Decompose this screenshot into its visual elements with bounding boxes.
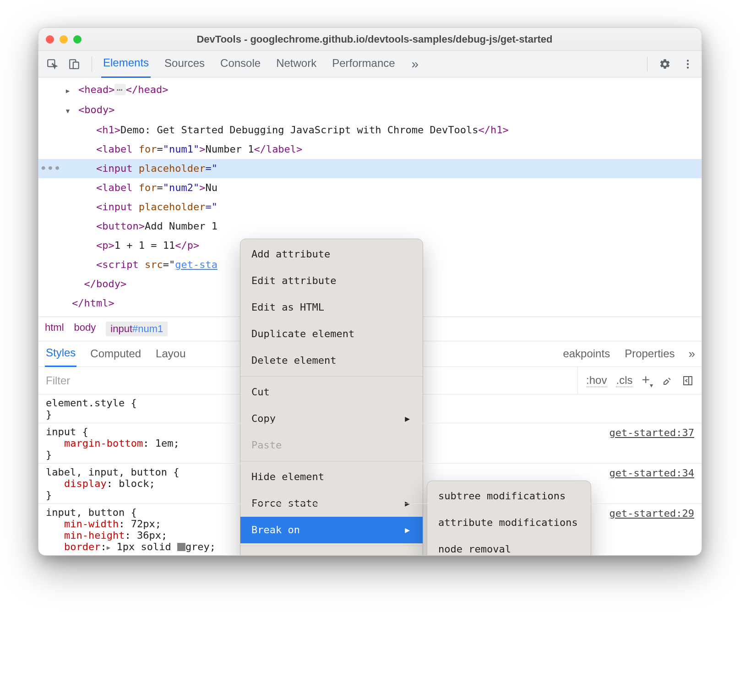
svg-rect-2	[73, 62, 79, 68]
new-rule-icon[interactable]: +▾	[642, 372, 653, 389]
divider	[92, 56, 92, 72]
close-window-button[interactable]	[46, 35, 54, 44]
ellipsis-icon[interactable]: •••	[40, 159, 61, 178]
window-title: DevTools - googlechrome.github.io/devtoo…	[87, 33, 694, 45]
traffic-lights	[46, 35, 82, 44]
svg-point-3	[687, 60, 689, 61]
settings-icon[interactable]	[657, 56, 673, 72]
tab-performance[interactable]: Performance	[330, 51, 397, 77]
menu-separator	[240, 376, 423, 377]
kebab-menu-icon[interactable]	[680, 56, 696, 72]
more-tabs-icon[interactable]: »	[409, 57, 422, 71]
dom-node-label1[interactable]: <label for="num1">Number 1</label>	[38, 140, 702, 159]
source-link[interactable]: get-started:37	[609, 427, 694, 438]
cls-toggle[interactable]: .cls	[616, 374, 632, 387]
brush-icon[interactable]	[662, 375, 673, 386]
tab-console[interactable]: Console	[218, 51, 262, 77]
tab-elements[interactable]: Elements	[101, 51, 151, 78]
device-toggle-icon[interactable]	[66, 56, 82, 72]
titlebar: DevTools - googlechrome.github.io/devtoo…	[38, 28, 702, 51]
crumb-input[interactable]: input#num1	[106, 322, 168, 336]
rule-label-input-button[interactable]: get-started:34 label, input, button { di…	[38, 463, 702, 503]
dom-tree[interactable]: ▶ <head>⋯</head> ▼ <body> <h1>Demo: Get …	[38, 77, 702, 317]
subtab-properties[interactable]: Properties	[624, 342, 675, 366]
dom-node-input2[interactable]: <input placeholder="	[38, 197, 702, 217]
crumb-body[interactable]: body	[74, 322, 96, 336]
rule-element-style[interactable]: element.style { }	[38, 394, 702, 423]
subtab-breakpoints-partial[interactable]: eakpoints	[562, 342, 611, 366]
subtab-layout[interactable]: Layou	[155, 342, 186, 366]
dom-node-label2[interactable]: <label for="num2">Nu	[38, 178, 702, 197]
maximize-window-button[interactable]	[73, 35, 82, 44]
rule-input[interactable]: get-started:37 input { margin-bottom: 1e…	[38, 423, 702, 463]
dom-node-body[interactable]: ▼ <body>	[38, 100, 702, 120]
source-link[interactable]: get-started:29	[609, 508, 694, 519]
devtools-window: DevTools - googlechrome.github.io/devtoo…	[38, 27, 702, 556]
more-subtabs-icon[interactable]: »	[689, 347, 695, 361]
color-swatch-icon[interactable]	[177, 543, 185, 551]
styles-tools: :hov .cls +▾	[578, 372, 702, 389]
subtab-styles[interactable]: Styles	[45, 341, 76, 367]
hov-toggle[interactable]: :hov	[586, 374, 607, 387]
dom-node-h1[interactable]: <h1>Demo: Get Started Debugging JavaScri…	[38, 120, 702, 140]
tab-network[interactable]: Network	[274, 51, 318, 77]
tab-sources[interactable]: Sources	[163, 51, 207, 77]
main-toolbar: Elements Sources Console Network Perform…	[38, 51, 702, 77]
styles-rules: element.style { } get-started:37 input {…	[38, 394, 702, 555]
dom-node-head[interactable]: ▶ <head>⋯</head>	[38, 80, 702, 100]
inspect-icon[interactable]	[44, 56, 60, 72]
minimize-window-button[interactable]	[60, 35, 68, 44]
toolbar-right	[657, 56, 696, 72]
dom-node-button[interactable]: <button>Add Number 1	[38, 217, 702, 236]
rule-input-button[interactable]: get-started:29 input, button { min-width…	[38, 503, 702, 555]
svg-point-5	[687, 66, 689, 68]
subtab-computed[interactable]: Computed	[89, 342, 142, 366]
main-tabs: Elements Sources Console Network Perform…	[101, 51, 638, 77]
menu-add-attribute[interactable]: Add attribute	[240, 241, 423, 268]
divider	[647, 56, 648, 72]
menu-edit-as-html[interactable]: Edit as HTML	[240, 294, 423, 321]
svg-point-4	[687, 63, 689, 65]
computed-panel-icon[interactable]	[682, 375, 693, 386]
crumb-html[interactable]: html	[45, 322, 64, 336]
menu-duplicate-element[interactable]: Duplicate element	[240, 321, 423, 347]
menu-delete-element[interactable]: Delete element	[240, 347, 423, 374]
dom-node-input1-selected[interactable]: ••• <input placeholder="	[38, 159, 702, 178]
source-link[interactable]: get-started:34	[609, 467, 694, 479]
menu-edit-attribute[interactable]: Edit attribute	[240, 268, 423, 294]
